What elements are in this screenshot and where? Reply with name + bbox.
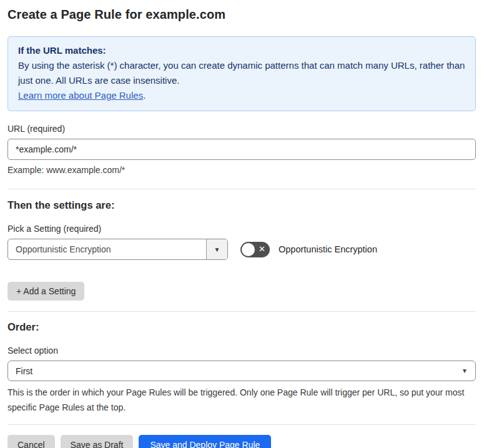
chevron-down-icon: ▼	[462, 367, 468, 374]
save-deploy-button[interactable]: Save and Deploy Page Rule	[139, 435, 271, 448]
url-example-text: Example: www.example.com/*	[7, 165, 476, 175]
toggle-label: Opportunistic Encryption	[279, 244, 377, 254]
select-option-label: Select option	[7, 346, 476, 356]
cancel-button[interactable]: Cancel	[7, 435, 55, 448]
learn-more-link[interactable]: Learn more about Page Rules	[18, 90, 143, 101]
section-divider	[7, 311, 476, 312]
section-divider	[7, 189, 476, 189]
order-section-heading: Order:	[7, 321, 476, 333]
settings-section-heading: Then the settings are:	[7, 199, 476, 211]
setting-dropdown[interactable]: Opportunistic Encryption ▼	[7, 239, 228, 260]
pick-setting-label: Pick a Setting (required)	[7, 224, 476, 234]
url-field-label: URL (required)	[7, 124, 476, 134]
order-select[interactable]: First ▼	[7, 361, 476, 381]
info-box-body: By using the asterisk (*) character, you…	[18, 58, 465, 88]
toggle-off-x-icon: ✕	[259, 245, 265, 253]
info-box-heading: If the URL matches:	[18, 43, 465, 58]
setting-picker-row: Opportunistic Encryption ▼ ✕ Opportunist…	[7, 239, 476, 260]
url-input[interactable]	[7, 139, 476, 160]
order-select-value: First	[16, 366, 462, 376]
opportunistic-encryption-toggle[interactable]: ✕	[240, 242, 270, 257]
url-match-info-box: If the URL matches: By using the asteris…	[7, 36, 476, 111]
link-period: .	[143, 90, 146, 101]
page-title: Create a Page Rule for example.com	[7, 7, 476, 22]
info-box-link-line: Learn more about Page Rules.	[18, 88, 465, 103]
save-draft-button[interactable]: Save as Draft	[61, 435, 134, 448]
toggle-knob	[242, 243, 255, 256]
opportunistic-encryption-toggle-group: ✕ Opportunistic Encryption	[240, 242, 377, 257]
order-help-text: This is the order in which your Page Rul…	[7, 385, 476, 415]
footer-actions: Cancel Save as Draft Save and Deploy Pag…	[7, 435, 476, 448]
chevron-down-icon: ▼	[214, 246, 220, 253]
setting-dropdown-value: Opportunistic Encryption	[8, 239, 206, 259]
footer-divider	[7, 424, 476, 425]
dropdown-arrow-button[interactable]: ▼	[206, 239, 227, 259]
add-setting-button[interactable]: + Add a Setting	[7, 282, 84, 301]
